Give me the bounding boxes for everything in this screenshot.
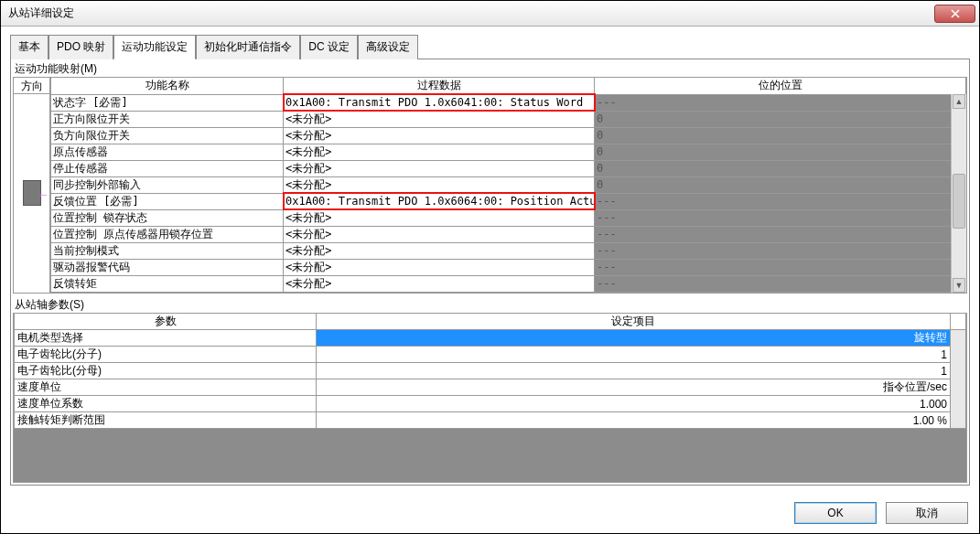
cell-process-data[interactable]: <未分配> [284,209,595,226]
direction-arrow-icon: ← [37,187,49,202]
table-row[interactable]: 反馈转矩<未分配>--- [51,275,966,292]
params-table[interactable]: 参数 设定项目 电机类型选择旋转型电子齿轮比(分子)1电子齿轮比(分母)1速度单… [14,314,966,430]
cell-function-name: 位置控制 锁存状态 [51,209,284,226]
cell-function-name: 负方向限位开关 [51,127,284,144]
scroll-gutter [951,330,966,429]
cell-value[interactable]: 1.00 % [317,412,951,429]
tab-motion-function[interactable]: 运动功能设定 [113,35,196,59]
table-row[interactable]: 停止传感器<未分配>0 [51,160,966,176]
cell-bit-position: 0 [595,144,966,160]
cell-param: 速度单位系数 [15,396,317,412]
table-row[interactable]: 驱动器报警代码<未分配>--- [51,259,966,275]
cell-value[interactable]: 1 [317,347,951,363]
grid1-scrollbar[interactable]: ▲ ▼ [951,94,966,293]
cell-param: 接触转矩判断范围 [15,412,317,429]
table-row[interactable]: 速度单位系数1.000 [15,396,966,412]
cell-process-data[interactable]: <未分配> [284,226,595,242]
grid-main: 功能名称 过程数据 位的位置 状态字 [必需]0x1A00: Transmit … [50,78,966,293]
cell-function-name: 反馈转矩 [51,275,284,292]
cell-bit-position: --- [595,259,966,275]
col-value: 设定项目 [317,314,951,330]
cell-bit-position: --- [595,242,966,259]
col-function-name: 功能名称 [51,78,284,94]
cell-function-name: 同步控制外部输入 [51,176,284,193]
direction-column: 方向 ← [14,78,50,293]
scroll-up-icon[interactable]: ▲ [953,94,965,109]
cell-bit-position: 0 [595,176,966,193]
cell-process-data[interactable]: <未分配> [284,275,595,292]
direction-body: ← [14,94,50,293]
table-row[interactable]: 当前控制模式<未分配>--- [51,242,966,259]
mapping-table[interactable]: 功能名称 过程数据 位的位置 状态字 [必需]0x1A00: Transmit … [50,78,966,293]
cell-process-data[interactable]: 0x1A00: Transmit PDO 1.0x6041:00: Status… [284,94,595,111]
cell-function-name: 正方向限位开关 [51,111,284,127]
motion-mapping-grid: 方向 ← 功能名称 过程数据 位的位置 [13,77,967,294]
cell-param: 电机类型选择 [15,330,317,347]
cell-process-data[interactable]: <未分配> [284,242,595,259]
tab-basic[interactable]: 基本 [10,35,48,59]
col-param: 参数 [15,314,317,330]
cell-bit-position: --- [595,209,966,226]
scroll-down-icon[interactable]: ▼ [953,278,965,293]
table-row[interactable]: 同步控制外部输入<未分配>0 [51,176,966,193]
cell-function-name: 原点传感器 [51,144,284,160]
dialog-footer: OK 取消 [1,493,979,533]
table-row[interactable]: 电子齿轮比(分子)1 [15,347,966,363]
cell-function-name: 反馈位置 [必需] [51,193,284,209]
cell-process-data[interactable]: <未分配> [284,127,595,144]
axis-params-label: 从站轴参数(S) [13,297,967,313]
cell-process-data[interactable]: <未分配> [284,111,595,127]
table-row[interactable]: 正方向限位开关<未分配>0 [51,111,966,127]
ok-button[interactable]: OK [794,502,877,524]
cell-process-data[interactable]: <未分配> [284,160,595,176]
tab-panel: 运动功能映射(M) 方向 ← 功能名称 过程数据 [10,59,970,486]
cell-function-name: 状态字 [必需] [51,94,284,111]
cell-function-name: 驱动器报警代码 [51,259,284,275]
table-row[interactable]: 位置控制 原点传感器用锁存位置<未分配>--- [51,226,966,242]
table-row[interactable]: 电机类型选择旋转型 [15,330,966,347]
table-row[interactable]: 速度单位指令位置/sec [15,379,966,396]
table-row[interactable]: 原点传感器<未分配>0 [51,144,966,160]
cell-bit-position: --- [595,226,966,242]
table-row[interactable]: 接触转矩判断范围1.00 % [15,412,966,429]
titlebar: 从站详细设定 [1,1,979,27]
tab-advanced[interactable]: 高级设定 [358,35,418,59]
tab-pdo-mapping[interactable]: PDO 映射 [48,35,113,59]
cell-value[interactable]: 1.000 [317,396,951,412]
table-row[interactable]: 电子齿轮比(分母)1 [15,363,966,379]
axis-params-section: 从站轴参数(S) 参数 设定项目 电机类型选择旋转型电子齿轮比(分子)1电子齿轮… [13,297,967,484]
cell-process-data[interactable]: <未分配> [284,144,595,160]
table-row[interactable]: 负方向限位开关<未分配>0 [51,127,966,144]
grid2-scroll-head [951,314,966,330]
table-row[interactable]: 反馈位置 [必需]0x1A00: Transmit PDO 1.0x6064:0… [51,193,966,209]
cell-param: 速度单位 [15,379,317,396]
cell-function-name: 当前控制模式 [51,242,284,259]
cell-value[interactable]: 指令位置/sec [317,379,951,396]
cell-value[interactable]: 旋转型 [317,330,951,347]
table-row[interactable]: 位置控制 锁存状态<未分配>--- [51,209,966,226]
cancel-button[interactable]: 取消 [886,502,968,524]
table-row[interactable]: 状态字 [必需]0x1A00: Transmit PDO 1.0x6041:00… [51,94,966,111]
cell-param: 电子齿轮比(分子) [15,347,317,363]
tab-strip: 基本 PDO 映射 运动功能设定 初始化时通信指令 DC 设定 高级设定 [10,35,970,59]
motion-mapping-label: 运动功能映射(M) [13,61,967,77]
cell-process-data[interactable]: 0x1A00: Transmit PDO 1.0x6064:00: Positi… [284,193,595,209]
cell-param: 电子齿轮比(分母) [15,363,317,379]
cell-process-data[interactable]: <未分配> [284,259,595,275]
cell-bit-position: --- [595,94,966,111]
cell-process-data[interactable]: <未分配> [284,176,595,193]
dialog-window: 从站详细设定 基本 PDO 映射 运动功能设定 初始化时通信指令 DC 设定 高… [0,0,980,534]
col-bit-position: 位的位置 [595,78,966,94]
cell-value[interactable]: 1 [317,363,951,379]
cell-bit-position: --- [595,275,966,292]
window-close-button[interactable] [934,5,975,23]
tab-init-comm[interactable]: 初始化时通信指令 [196,35,300,59]
scroll-thumb[interactable] [953,174,965,229]
cell-bit-position: 0 [595,127,966,144]
dialog-content: 基本 PDO 映射 运动功能设定 初始化时通信指令 DC 设定 高级设定 运动功… [1,27,979,493]
cell-bit-position: 0 [595,160,966,176]
tab-dc-settings[interactable]: DC 设定 [300,35,358,59]
cell-bit-position: --- [595,193,966,209]
cell-function-name: 位置控制 原点传感器用锁存位置 [51,226,284,242]
cell-bit-position: 0 [595,111,966,127]
